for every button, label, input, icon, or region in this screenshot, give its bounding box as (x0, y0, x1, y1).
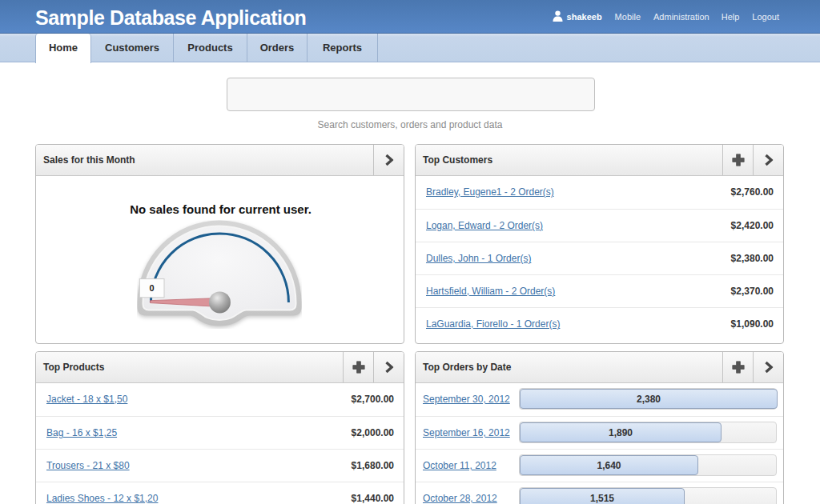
svg-text:0: 0 (150, 283, 155, 293)
